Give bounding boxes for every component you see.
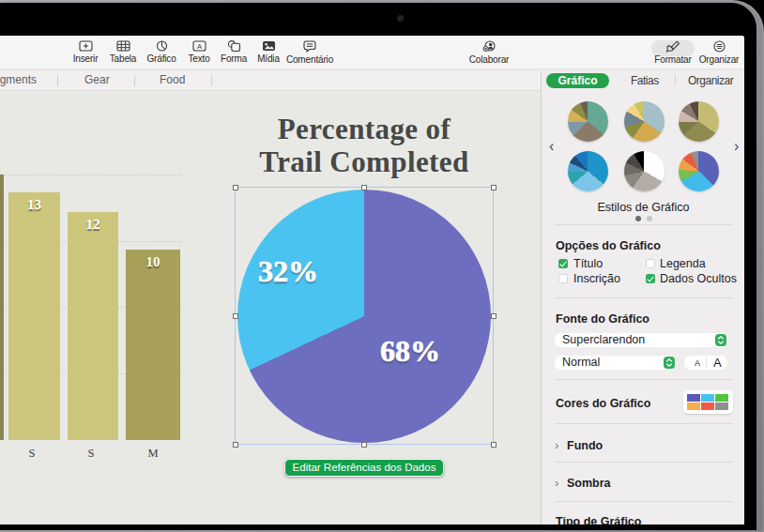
svg-text:A: A xyxy=(196,42,201,51)
